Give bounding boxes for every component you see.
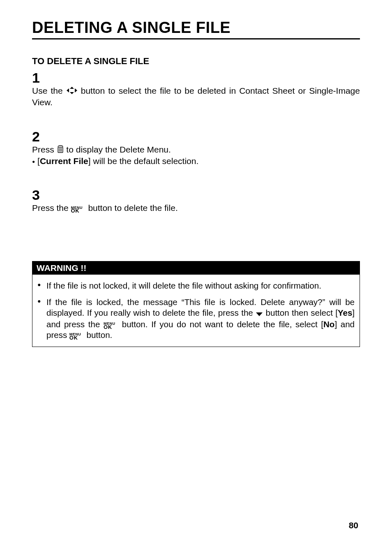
step1-text-pre: Use the bbox=[32, 86, 66, 95]
bullet-icon: ● bbox=[32, 159, 35, 164]
step-1: 1 Use the button to select the file to b… bbox=[32, 71, 360, 108]
warning-title: WARNING !! bbox=[32, 261, 360, 275]
page-title: DELETING A SINGLE FILE bbox=[32, 19, 360, 37]
step-number-3: 3 bbox=[32, 188, 360, 202]
step-2: 2 Press to display the Delete Menu. ● [C… bbox=[32, 130, 360, 167]
svg-marker-2 bbox=[70, 87, 74, 89]
step1-text-post: button to select the file to be deleted … bbox=[32, 86, 360, 107]
no-label: No bbox=[323, 319, 334, 329]
svg-marker-1 bbox=[75, 88, 77, 92]
svg-marker-8 bbox=[256, 312, 263, 316]
menu-ok-icon: MENUOK bbox=[104, 322, 118, 329]
menu-ok-icon: MENUOK bbox=[71, 206, 86, 213]
w2-t6: button. bbox=[87, 330, 113, 340]
warning-item-2: If the file is locked, the message “This… bbox=[37, 297, 355, 340]
dpad-icon bbox=[66, 86, 78, 97]
svg-marker-3 bbox=[70, 92, 74, 94]
step-number-2: 2 bbox=[32, 130, 360, 143]
warning-item-1: If the file is not locked, it will delet… bbox=[37, 280, 355, 291]
step-3: 3 Press the MENUOK button to delete the … bbox=[32, 188, 360, 213]
step-number-1: 1 bbox=[32, 71, 360, 85]
step3-pre: Press the bbox=[32, 203, 71, 213]
svg-marker-0 bbox=[67, 88, 69, 92]
section-subhead: TO DELETE A SINGLE FILE bbox=[32, 56, 360, 67]
down-arrow-icon bbox=[256, 308, 263, 319]
w2-t2: button then select [ bbox=[266, 308, 338, 317]
warning-box: WARNING !! If the file is not locked, it… bbox=[32, 261, 360, 347]
step2-line1a: Press bbox=[32, 145, 57, 154]
yes-label: Yes bbox=[338, 308, 352, 317]
step2-line1b: to display the Delete Menu. bbox=[66, 145, 171, 154]
page-number: 80 bbox=[349, 520, 358, 530]
current-file-label: Current File bbox=[40, 156, 88, 166]
w2-t4: button. If you do not want to delete the… bbox=[118, 319, 323, 329]
step3-post: button to delete the file. bbox=[88, 203, 178, 213]
title-rule bbox=[32, 38, 360, 39]
menu-ok-icon: MENUOK bbox=[69, 333, 84, 340]
step2-line2b: ] will be the default selection. bbox=[88, 156, 199, 166]
trash-icon bbox=[57, 145, 64, 156]
warning-item-1-text: If the file is not locked, it will delet… bbox=[46, 281, 321, 290]
